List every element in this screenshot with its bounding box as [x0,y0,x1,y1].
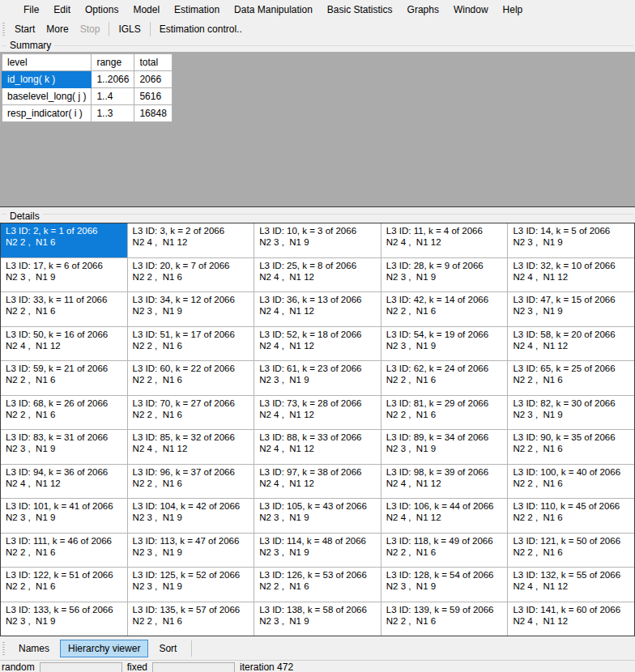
menu-item-edit[interactable]: Edit [46,1,78,19]
detail-cell-line2: N2 4 , N1 12 [513,581,629,592]
menu-item-estimation[interactable]: Estimation [167,1,227,19]
detail-cell[interactable]: L3 ID: 54, k = 19 of 2066N2 3 , N1 9 [381,327,508,361]
detail-cell-line1: L3 ID: 73, k = 28 of 2066 [259,398,376,409]
detail-cell[interactable]: L3 ID: 128, k = 54 of 2066N2 3 , N1 9 [381,568,508,602]
detail-cell-line1: L3 ID: 2, k = 1 of 2066 [6,225,122,236]
toolbar-button-estimation-control[interactable]: Estimation control.. [154,21,248,37]
detail-cell[interactable]: L3 ID: 106, k = 44 of 2066N2 4 , N1 12 [381,499,508,533]
detail-cell[interactable]: L3 ID: 138, k = 58 of 2066N2 3 , N1 9 [254,602,381,636]
detail-cell[interactable]: L3 ID: 135, k = 57 of 2066N2 2 , N1 6 [128,602,254,636]
toolbar-button-more[interactable]: More [40,21,74,37]
summary-col-total: total [134,54,172,71]
detail-cell[interactable]: L3 ID: 14, k = 5 of 2066N2 3 , N1 9 [508,223,634,257]
summary-cell-total[interactable]: 5616 [134,88,172,105]
detail-cell[interactable]: L3 ID: 96, k = 37 of 2066N2 2 , N1 6 [128,465,254,499]
detail-cell[interactable]: L3 ID: 89, k = 34 of 2066N2 3 , N1 9 [381,430,508,464]
summary-cell-total[interactable]: 16848 [134,105,172,122]
detail-cell[interactable]: L3 ID: 101, k = 41 of 2066N2 3 , N1 9 [1,499,127,533]
menu-item-window[interactable]: Window [446,1,496,19]
menu-item-basic-statistics[interactable]: Basic Statistics [320,1,400,19]
summary-cell-total[interactable]: 2066 [134,71,172,88]
detail-cell-line2: N2 3 , N1 9 [386,340,503,351]
detail-cell[interactable]: L3 ID: 47, k = 15 of 2066N2 3 , N1 9 [508,292,634,326]
detail-cell-line2: N2 4 , N1 12 [513,340,629,351]
summary-cell-level[interactable]: id_long( k ) [2,71,92,88]
detail-cell[interactable]: L3 ID: 113, k = 47 of 2066N2 3 , N1 9 [128,534,254,568]
detail-cell[interactable]: L3 ID: 33, k = 11 of 2066N2 2 , N1 6 [1,292,127,326]
tab-sort[interactable]: Sort [151,640,185,657]
detail-cell-line1: L3 ID: 110, k = 45 of 2066 [513,500,629,512]
detail-cell[interactable]: L3 ID: 28, k = 9 of 2066N2 3 , N1 9 [381,258,508,292]
detail-cell[interactable]: L3 ID: 65, k = 25 of 2066N2 2 , N1 6 [508,361,634,395]
tab-bar-tabs: NamesHierarchy viewerSort [11,640,185,657]
menu-item-file[interactable]: File [16,1,46,19]
detail-cell[interactable]: L3 ID: 100, k = 40 of 2066N2 2 , N1 6 [508,465,634,499]
detail-cell[interactable]: L3 ID: 58, k = 20 of 2066N2 4 , N1 12 [508,327,634,361]
toolbar-button-start[interactable]: Start [9,21,40,37]
detail-cell[interactable]: L3 ID: 70, k = 27 of 2066N2 2 , N1 6 [128,396,254,430]
detail-cell[interactable]: L3 ID: 83, k = 31 of 2066N2 3 , N1 9 [1,430,127,464]
detail-cell[interactable]: L3 ID: 20, k = 7 of 2066N2 2 , N1 6 [128,258,254,292]
detail-cell[interactable]: L3 ID: 118, k = 49 of 2066N2 2 , N1 6 [381,534,508,568]
detail-cell-line1: L3 ID: 83, k = 31 of 2066 [6,432,122,443]
menu-item-graphs[interactable]: Graphs [400,1,446,19]
detail-cell[interactable]: L3 ID: 133, k = 56 of 2066N2 3 , N1 9 [1,602,127,636]
detail-cell[interactable]: L3 ID: 81, k = 29 of 2066N2 2 , N1 6 [381,396,508,430]
detail-cell[interactable]: L3 ID: 2, k = 1 of 2066N2 2 , N1 6 [1,223,127,257]
detail-cell[interactable]: L3 ID: 50, k = 16 of 2066N2 4 , N1 12 [1,327,127,361]
detail-cell[interactable]: L3 ID: 17, k = 6 of 2066N2 3 , N1 9 [1,258,127,292]
detail-cell[interactable]: L3 ID: 82, k = 30 of 2066N2 3 , N1 9 [508,396,634,430]
detail-cell[interactable]: L3 ID: 59, k = 21 of 2066N2 2 , N1 6 [1,361,127,395]
summary-cell-range[interactable]: 1..2066 [92,71,134,88]
detail-cell[interactable]: L3 ID: 11, k = 4 of 2066N2 4 , N1 12 [381,223,508,257]
detail-cell[interactable]: L3 ID: 141, k = 60 of 2066N2 4 , N1 12 [508,602,634,636]
menu-item-data-manipulation[interactable]: Data Manipulation [227,1,320,19]
detail-cell[interactable]: L3 ID: 3, k = 2 of 2066N2 4 , N1 12 [128,223,254,257]
detail-cell[interactable]: L3 ID: 68, k = 26 of 2066N2 2 , N1 6 [1,396,127,430]
menu-item-model[interactable]: Model [126,1,167,19]
detail-cell[interactable]: L3 ID: 25, k = 8 of 2066N2 4 , N1 12 [254,258,381,292]
detail-cell[interactable]: L3 ID: 132, k = 55 of 2066N2 4 , N1 12 [508,568,634,602]
detail-cell[interactable]: L3 ID: 73, k = 28 of 2066N2 4 , N1 12 [254,396,381,430]
summary-cell-range[interactable]: 1..3 [92,105,134,122]
summary-title: Summary [6,40,54,51]
detail-cell[interactable]: L3 ID: 121, k = 50 of 2066N2 2 , N1 6 [508,534,634,568]
detail-cell[interactable]: L3 ID: 125, k = 52 of 2066N2 3 , N1 9 [128,568,254,602]
detail-cell[interactable]: L3 ID: 104, k = 42 of 2066N2 3 , N1 9 [128,499,254,533]
detail-cell-line2: N2 3 , N1 9 [513,409,629,420]
detail-cell[interactable]: L3 ID: 139, k = 59 of 2066N2 2 , N1 6 [381,602,508,636]
detail-cell[interactable]: L3 ID: 42, k = 14 of 2066N2 2 , N1 6 [381,292,508,326]
detail-cell[interactable]: L3 ID: 88, k = 33 of 2066N2 4 , N1 12 [254,430,381,464]
detail-cell[interactable]: L3 ID: 52, k = 18 of 2066N2 4 , N1 12 [254,327,381,361]
detail-cell[interactable]: L3 ID: 90, k = 35 of 2066N2 2 , N1 6 [508,430,634,464]
detail-cell[interactable]: L3 ID: 32, k = 10 of 2066N2 4 , N1 12 [508,258,634,292]
detail-cell[interactable]: L3 ID: 126, k = 53 of 2066N2 2 , N1 6 [254,568,381,602]
summary-cell-level[interactable]: resp_indicator( i ) [2,105,92,122]
detail-cell[interactable]: L3 ID: 105, k = 43 of 2066N2 3 , N1 9 [254,499,381,533]
detail-cell[interactable]: L3 ID: 94, k = 36 of 2066N2 4 , N1 12 [1,465,127,499]
detail-cell[interactable]: L3 ID: 62, k = 24 of 2066N2 2 , N1 6 [381,361,508,395]
detail-cell[interactable]: L3 ID: 10, k = 3 of 2066N2 3 , N1 9 [254,223,381,257]
detail-cell[interactable]: L3 ID: 98, k = 39 of 2066N2 4 , N1 12 [381,465,508,499]
detail-cell[interactable]: L3 ID: 122, k = 51 of 2066N2 2 , N1 6 [1,568,127,602]
toolbar-button-igls[interactable]: IGLS [113,21,146,37]
detail-cell[interactable]: L3 ID: 51, k = 17 of 2066N2 2 , N1 6 [128,327,254,361]
detail-cell[interactable]: L3 ID: 97, k = 38 of 2066N2 4 , N1 12 [254,465,381,499]
summary-cell-level[interactable]: baselevel_long( j ) [2,88,92,105]
detail-cell[interactable]: L3 ID: 110, k = 45 of 2066N2 2 , N1 6 [508,499,634,533]
detail-cell[interactable]: L3 ID: 111, k = 46 of 2066N2 2 , N1 6 [1,534,127,568]
detail-cell[interactable]: L3 ID: 85, k = 32 of 2066N2 4 , N1 12 [128,430,254,464]
menu-item-help[interactable]: Help [496,1,531,19]
detail-cell-line1: L3 ID: 65, k = 25 of 2066 [513,363,629,374]
detail-cell[interactable]: L3 ID: 61, k = 23 of 2066N2 3 , N1 9 [254,361,381,395]
menu-item-options[interactable]: Options [78,1,126,19]
detail-cell-line1: L3 ID: 82, k = 30 of 2066 [513,398,629,409]
detail-cell[interactable]: L3 ID: 36, k = 13 of 2066N2 4 , N1 12 [254,292,381,326]
detail-cell-line1: L3 ID: 47, k = 15 of 2066 [513,294,629,305]
detail-cell[interactable]: L3 ID: 34, k = 12 of 2066N2 3 , N1 9 [128,292,254,326]
detail-cell[interactable]: L3 ID: 60, k = 22 of 2066N2 2 , N1 6 [128,361,254,395]
detail-cell[interactable]: L3 ID: 114, k = 48 of 2066N2 3 , N1 9 [254,534,381,568]
tab-names[interactable]: Names [11,640,58,657]
summary-cell-range[interactable]: 1..4 [92,88,134,105]
tab-hierarchy-viewer[interactable]: Hierarchy viewer [60,640,148,657]
